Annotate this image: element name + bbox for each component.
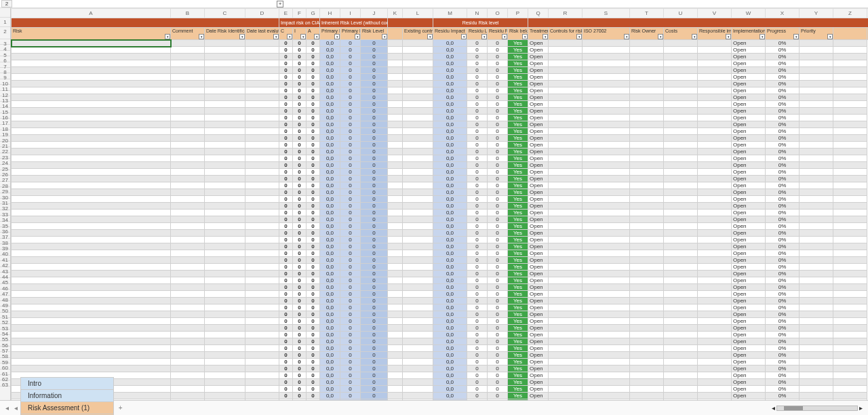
cell[interactable]: 0 (488, 237, 508, 243)
cell[interactable]: 0 (361, 128, 388, 135)
cell[interactable] (171, 264, 205, 271)
cell[interactable]: 0,0 (320, 135, 340, 142)
cell[interactable]: Open (732, 101, 766, 108)
cell[interactable]: 0,0 (433, 304, 467, 311)
cell[interactable]: 0 (340, 257, 361, 264)
row-header[interactable]: 46 (0, 284, 10, 290)
cell[interactable]: 0 (340, 81, 361, 87)
cell[interactable] (245, 176, 279, 182)
cell[interactable] (630, 223, 664, 230)
cell[interactable] (403, 108, 433, 115)
cell[interactable]: Yes (508, 250, 528, 257)
cell[interactable] (664, 230, 698, 237)
cell[interactable]: Yes (508, 210, 528, 216)
cell[interactable] (833, 284, 867, 291)
cell[interactable] (800, 87, 833, 94)
cell[interactable]: 0 (279, 60, 293, 67)
cell[interactable] (664, 81, 698, 87)
cell[interactable]: 0% (766, 250, 800, 257)
cell[interactable]: Yes (508, 94, 528, 101)
cell[interactable] (171, 196, 205, 203)
cell[interactable] (800, 128, 833, 135)
cell[interactable]: 0 (340, 142, 361, 149)
cell[interactable]: 0 (307, 257, 320, 264)
cell[interactable]: 0 (293, 284, 307, 291)
cell[interactable]: Open (732, 271, 766, 277)
cell[interactable] (800, 264, 833, 271)
cell[interactable] (549, 210, 583, 216)
cell[interactable]: 0,0 (433, 393, 467, 399)
column-filter-header[interactable]: Residu Likeliho…▾ (467, 28, 488, 40)
cell[interactable] (245, 54, 279, 60)
cell[interactable]: 0 (279, 250, 293, 257)
cell[interactable]: 0 (467, 94, 488, 101)
cell[interactable]: 0 (488, 155, 508, 162)
cell[interactable] (388, 393, 403, 399)
cell[interactable]: 0 (279, 230, 293, 237)
cell[interactable]: 0 (293, 237, 307, 243)
cell[interactable] (833, 74, 867, 81)
cell[interactable]: 0% (766, 47, 800, 54)
cell[interactable]: 0 (340, 189, 361, 196)
cell[interactable]: 0 (488, 189, 508, 196)
cell[interactable]: Open (732, 115, 766, 121)
cell[interactable]: 0,0 (433, 54, 467, 60)
cell[interactable] (698, 264, 732, 271)
cell[interactable] (403, 379, 433, 386)
cell[interactable]: 0,0 (433, 162, 467, 169)
cell[interactable]: 0,0 (320, 121, 340, 128)
cell[interactable] (800, 182, 833, 189)
cell[interactable] (583, 230, 630, 237)
cell[interactable]: 0,0 (320, 169, 340, 176)
cell[interactable] (664, 162, 698, 169)
row-header[interactable]: 6 (0, 56, 10, 62)
cell[interactable]: 0 (361, 304, 388, 311)
cell[interactable] (245, 94, 279, 101)
cell[interactable] (403, 277, 433, 284)
column-filter-header[interactable]: ISO 27002▾ (583, 28, 630, 40)
cell[interactable] (664, 40, 698, 47)
cell[interactable] (698, 108, 732, 115)
cell[interactable]: Open (528, 345, 549, 352)
filter-dropdown-icon[interactable]: ▾ (481, 34, 487, 39)
cell[interactable] (388, 216, 403, 223)
cell[interactable] (630, 372, 664, 379)
cell[interactable] (245, 223, 279, 230)
cell[interactable] (12, 264, 171, 271)
cell[interactable] (833, 277, 867, 284)
cell[interactable]: Yes (508, 386, 528, 393)
cell[interactable]: 0 (293, 250, 307, 257)
cell[interactable] (698, 318, 732, 325)
cell[interactable] (698, 162, 732, 169)
cell[interactable] (800, 81, 833, 87)
row-header[interactable]: 5 (0, 51, 10, 56)
cell[interactable] (833, 47, 867, 54)
column-filter-header[interactable]: I▾ (293, 28, 307, 40)
cell[interactable]: Open (732, 243, 766, 250)
cell[interactable] (800, 352, 833, 359)
cell[interactable]: 0 (293, 169, 307, 176)
cell[interactable] (205, 108, 245, 115)
cell[interactable]: 0 (307, 81, 320, 87)
cell[interactable] (698, 169, 732, 176)
cell[interactable]: 0,0 (320, 372, 340, 379)
cell[interactable]: Open (732, 257, 766, 264)
cell[interactable]: 0 (467, 257, 488, 264)
cell[interactable]: 0 (307, 74, 320, 81)
cell[interactable]: 0,0 (320, 365, 340, 372)
cell[interactable] (583, 182, 630, 189)
cell[interactable]: 0,0 (433, 196, 467, 203)
row-header[interactable]: 48 (0, 296, 10, 301)
column-filter-header[interactable]: Implementation status▾ (732, 28, 766, 40)
cell[interactable] (630, 142, 664, 149)
cell[interactable]: 0 (361, 196, 388, 203)
cell[interactable] (664, 203, 698, 210)
cell[interactable] (245, 365, 279, 372)
cell[interactable]: 0,0 (320, 101, 340, 108)
cell[interactable]: Yes (508, 291, 528, 298)
cell[interactable]: 0% (766, 155, 800, 162)
cell[interactable] (205, 291, 245, 298)
cell[interactable]: 0 (467, 359, 488, 365)
cell[interactable]: 0% (766, 67, 800, 74)
cell[interactable] (171, 74, 205, 81)
